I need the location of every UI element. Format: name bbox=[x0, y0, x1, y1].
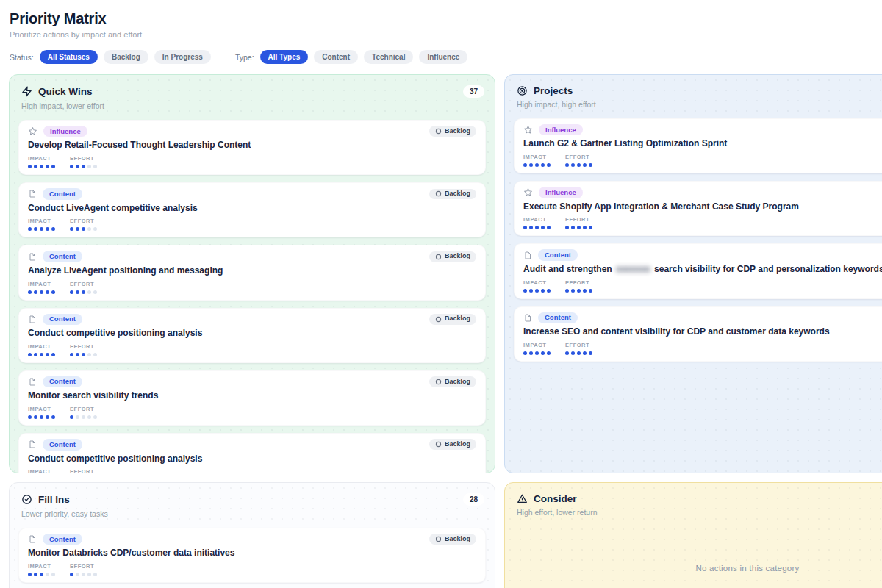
action-card[interactable]: Influence Execute Shopify App Integratio… bbox=[514, 181, 882, 236]
circle-icon bbox=[435, 441, 442, 448]
status-filter-backlog[interactable]: Backlog bbox=[104, 50, 148, 64]
impact-label: IMPACT bbox=[523, 216, 551, 223]
effort-label: EFFORT bbox=[70, 406, 97, 412]
document-icon bbox=[523, 313, 532, 323]
action-card[interactable]: Content Backlog Conduct competitive posi… bbox=[18, 308, 486, 363]
quadrant-fill-ins: Fill Ins 28 Lower priority, easy tasks C… bbox=[9, 482, 495, 588]
status-filter-in-progress[interactable]: In Progress bbox=[154, 50, 211, 64]
effort-dots bbox=[70, 353, 97, 356]
effort-label: EFFORT bbox=[70, 281, 97, 287]
effort-label: EFFORT bbox=[565, 154, 592, 160]
circle-icon bbox=[435, 128, 442, 135]
card-title: Develop Retail-Focused Thought Leadershi… bbox=[28, 140, 476, 151]
empty-state-message: No actions in this category bbox=[514, 564, 882, 573]
status-filter-label: Status: bbox=[10, 53, 34, 62]
card-title: Conduct competitive positioning analysis bbox=[28, 454, 476, 465]
document-icon bbox=[523, 251, 532, 260]
card-title: Conduct competitive positioning analysis bbox=[28, 329, 476, 339]
check-circle-icon bbox=[21, 494, 32, 505]
impact-label: IMPACT bbox=[28, 406, 55, 412]
effort-dots bbox=[565, 351, 592, 355]
action-card[interactable]: Content Backlog Monitor search visibilit… bbox=[18, 370, 486, 426]
card-metrics: IMPACT EFFORT bbox=[523, 342, 882, 355]
card-metrics: IMPACT EFFORT bbox=[28, 563, 476, 576]
star-icon bbox=[523, 187, 533, 197]
card-metrics: IMPACT EFFORT bbox=[523, 154, 882, 167]
type-filter-content[interactable]: Content bbox=[314, 50, 358, 64]
card-title: Monitor Databricks CDP/customer data ini… bbox=[28, 548, 476, 559]
type-filter-label: Type: bbox=[235, 53, 254, 62]
impact-dots bbox=[28, 415, 55, 419]
status-badge: Backlog bbox=[429, 189, 476, 200]
status-badge: Backlog bbox=[429, 314, 476, 325]
card-metrics: IMPACT EFFORT bbox=[28, 343, 476, 356]
effort-label: EFFORT bbox=[70, 343, 97, 350]
document-icon bbox=[28, 534, 37, 544]
status-badge: Backlog bbox=[429, 251, 476, 262]
effort-dots bbox=[565, 163, 592, 167]
quadrant-subtitle: High impact, lower effort bbox=[21, 101, 486, 110]
impact-label: IMPACT bbox=[28, 468, 55, 473]
impact-dots bbox=[28, 290, 55, 294]
impact-label: IMPACT bbox=[523, 342, 551, 348]
quadrant-consider: Consider High effort, lower return No ac… bbox=[504, 482, 882, 588]
action-card[interactable]: Content Backlog Analyze LiveAgent positi… bbox=[18, 245, 486, 300]
type-badge: Influence bbox=[539, 187, 583, 198]
type-badge: Content bbox=[43, 376, 82, 387]
quadrant-title: Projects bbox=[534, 85, 573, 96]
action-card[interactable]: Content Audit and strengthen xxxxxxx sea… bbox=[514, 243, 882, 298]
quadrant-title: Consider bbox=[534, 493, 577, 504]
quadrant-subtitle: Lower priority, easy tasks bbox=[21, 509, 486, 518]
type-filter-technical[interactable]: Technical bbox=[364, 50, 413, 64]
quadrant-header: Consider bbox=[514, 492, 882, 504]
impact-dots bbox=[28, 227, 55, 231]
document-icon bbox=[28, 377, 37, 387]
document-icon bbox=[28, 252, 37, 262]
circle-icon bbox=[435, 316, 442, 323]
quadrant-count-badge: 37 bbox=[463, 85, 484, 98]
document-icon bbox=[28, 315, 37, 324]
impact-label: IMPACT bbox=[523, 154, 551, 160]
type-filter-all-types[interactable]: All Types bbox=[260, 50, 309, 64]
card-title: Increase SEO and content visibility for … bbox=[523, 327, 882, 337]
redacted-text: xxxxxxx bbox=[616, 264, 650, 274]
circle-icon bbox=[435, 254, 442, 260]
card-metrics: IMPACT EFFORT bbox=[28, 218, 476, 231]
status-badge: Backlog bbox=[429, 376, 476, 387]
effort-dots bbox=[565, 289, 592, 293]
action-card[interactable]: Content Backlog Monitor Databricks CDP/c… bbox=[18, 528, 486, 583]
type-badge: Content bbox=[43, 314, 82, 325]
status-badge: Backlog bbox=[429, 439, 476, 450]
quadrant-header: Fill Ins 28 bbox=[18, 492, 486, 506]
status-filter-all-statuses[interactable]: All Statuses bbox=[40, 50, 98, 64]
page-header: Priority Matrix Prioritize actions by im… bbox=[0, 0, 882, 39]
type-badge: Influence bbox=[43, 126, 87, 137]
warning-triangle-icon bbox=[517, 493, 528, 504]
page-title: Priority Matrix bbox=[10, 10, 882, 27]
card-metrics: IMPACT EFFORT bbox=[523, 279, 882, 293]
action-card[interactable]: Content Backlog Conduct competitive posi… bbox=[18, 433, 486, 473]
quadrant-count-badge: 28 bbox=[463, 493, 484, 506]
quadrant-title: Fill Ins bbox=[38, 494, 70, 505]
card-list: Content Backlog Monitor Databricks CDP/c… bbox=[18, 528, 486, 588]
impact-dots bbox=[523, 226, 551, 229]
card-title: Analyze LiveAgent positioning and messag… bbox=[28, 266, 476, 276]
action-card[interactable]: Influence Launch G2 & Gartner Listing Op… bbox=[514, 118, 882, 173]
quadrant-subtitle: High effort, lower return bbox=[517, 508, 882, 517]
action-card[interactable]: Content Backlog Conduct LiveAgent compet… bbox=[18, 182, 486, 237]
action-card[interactable]: Content Increase SEO and content visibil… bbox=[514, 306, 882, 362]
impact-dots bbox=[28, 165, 55, 168]
card-title: Launch G2 & Gartner Listing Optimization… bbox=[523, 139, 882, 149]
document-icon bbox=[28, 440, 37, 449]
effort-label: EFFORT bbox=[565, 279, 592, 286]
type-filter-influence[interactable]: Influence bbox=[419, 50, 467, 64]
effort-dots bbox=[70, 165, 97, 168]
priority-matrix-grid: Quick Wins 37 High impact, lower effort … bbox=[9, 74, 882, 588]
type-badge: Content bbox=[43, 188, 82, 199]
effort-dots bbox=[70, 415, 97, 419]
type-badge: Content bbox=[43, 439, 82, 450]
action-card[interactable]: Influence Backlog Develop Retail-Focused… bbox=[18, 120, 486, 175]
card-title: Audit and strengthen xxxxxxx search visi… bbox=[523, 265, 882, 275]
effort-label: EFFORT bbox=[70, 218, 97, 224]
filter-bar: Status: All Statuses Backlog In Progress… bbox=[10, 50, 882, 64]
